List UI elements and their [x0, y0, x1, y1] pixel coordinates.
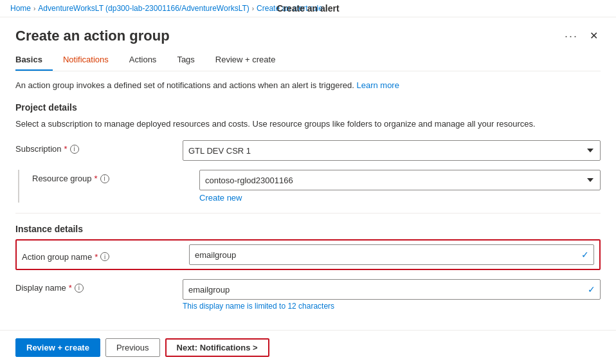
resource-group-select[interactable]: contoso-rglod23001166 [199, 170, 601, 190]
resource-group-label: Resource group * i [32, 170, 199, 183]
tab-tags[interactable]: Tags [167, 50, 204, 71]
subscription-info-icon[interactable]: i [70, 145, 79, 154]
footer-bar: Review + create Previous Next: Notificat… [0, 330, 616, 364]
tab-actions[interactable]: Actions [119, 50, 167, 71]
action-group-name-highlighted-row: Action group name * i ✓ [15, 239, 601, 270]
page-title: Create an action group [15, 28, 170, 44]
display-name-check-icon: ✓ [588, 284, 595, 295]
action-group-name-input[interactable] [189, 244, 594, 265]
next-notifications-button[interactable]: Next: Notifications > [165, 338, 269, 357]
banner-title: Create an alert [276, 3, 339, 14]
top-banner: Home › AdventureWorksLT (dp300-lab-23001… [0, 0, 616, 17]
tab-basics[interactable]: Basics [15, 50, 53, 71]
breadcrumb-chevron-1: › [33, 5, 35, 12]
display-name-input[interactable] [183, 279, 601, 300]
breadcrumb-adventureworks[interactable]: AdventureWorksLT (dp300-lab-23001166/Adv… [38, 4, 249, 13]
description-text: An action group invokes a defined set of… [15, 79, 601, 92]
action-group-name-wrapper: ✓ [189, 244, 594, 265]
project-details-heading: Project details [15, 102, 601, 113]
ellipsis-button[interactable]: ··· [561, 28, 582, 44]
resource-group-required: * [95, 174, 98, 183]
section-divider-1 [15, 213, 601, 214]
display-name-row: Display name * i ✓ This display name is … [15, 279, 601, 311]
action-group-name-inner: Action group name * i ✓ [22, 244, 594, 265]
display-name-required: * [69, 283, 72, 293]
previous-button[interactable]: Previous [105, 338, 160, 357]
subscription-required: * [64, 144, 68, 154]
subscription-row: Subscription * i GTL DEV CSR 1 [15, 140, 601, 161]
review-create-button[interactable]: Review + create [15, 338, 100, 357]
tab-review-create[interactable]: Review + create [205, 50, 286, 71]
create-new-link[interactable]: Create new [199, 193, 242, 203]
subscription-control: GTL DEV CSR 1 [183, 140, 601, 161]
content-area: Create an action group ··· ✕ Basics Noti… [0, 17, 616, 330]
action-group-name-label: Action group name * i [22, 248, 189, 262]
subscription-select[interactable]: GTL DEV CSR 1 [183, 140, 601, 161]
close-button[interactable]: ✕ [587, 28, 601, 44]
display-name-info-icon[interactable]: i [75, 284, 84, 293]
display-name-wrapper: ✓ [183, 279, 601, 300]
tabs-container: Basics Notifications Actions Tags Review… [15, 50, 601, 71]
page-header: Create an action group ··· ✕ [15, 17, 601, 50]
tab-notifications[interactable]: Notifications [53, 50, 119, 71]
instance-details-heading: Instance details [15, 224, 601, 234]
learn-more-link[interactable]: Learn more [356, 80, 399, 90]
action-group-name-required: * [95, 252, 98, 262]
display-name-label: Display name * i [15, 279, 183, 293]
project-details-desc: Select a subscription to manage deployed… [15, 118, 601, 131]
breadcrumb-chevron-2: › [252, 5, 254, 12]
display-name-control: ✓ This display name is limited to 12 cha… [183, 279, 601, 311]
header-actions: ··· ✕ [561, 28, 601, 44]
char-limit-note: This display name is limited to 12 chara… [183, 302, 601, 311]
breadcrumb-home[interactable]: Home [10, 4, 31, 13]
resource-group-control: contoso-rglod23001166 Create new [199, 170, 601, 203]
action-group-name-control: ✓ [189, 244, 594, 265]
subscription-label: Subscription * i [15, 140, 183, 154]
resource-group-row: Resource group * i contoso-rglod23001166… [18, 170, 601, 203]
action-group-check-icon: ✓ [581, 250, 589, 260]
resource-group-info-icon[interactable]: i [100, 174, 109, 183]
action-group-name-info-icon[interactable]: i [100, 252, 109, 261]
